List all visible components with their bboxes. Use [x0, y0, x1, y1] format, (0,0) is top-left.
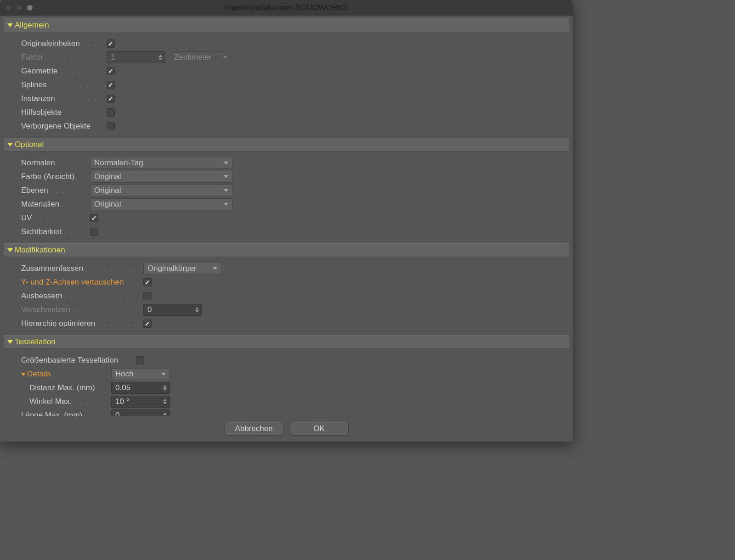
- label-groessenbasiert: Größenbasierte Tessellation: [21, 356, 118, 365]
- label-sichtbarkeit: Sichtbarkeit: [21, 227, 62, 236]
- section-title: Optional: [15, 140, 44, 149]
- section-allgemein[interactable]: Allgemein: [4, 18, 569, 32]
- input-laenge[interactable]: 0: [111, 409, 170, 416]
- stepper-icon[interactable]: [163, 413, 168, 416]
- stepper-icon[interactable]: [163, 385, 168, 391]
- checkbox-originaleinheiten[interactable]: [107, 39, 115, 48]
- label-verborgene: Verborgene Objekte: [21, 122, 90, 131]
- checkbox-groessenbasiert[interactable]: [136, 356, 144, 364]
- section-title: Modifikationen: [15, 246, 65, 255]
- checkbox-hilfsobjekte[interactable]: [107, 108, 115, 117]
- stepper-icon[interactable]: [195, 307, 200, 313]
- label-details: Details: [27, 370, 51, 379]
- checkbox-geometrie[interactable]: [107, 67, 115, 75]
- chevron-down-icon: [224, 189, 228, 192]
- chevron-down-icon: [224, 175, 228, 178]
- section-title: Allgemein: [15, 21, 49, 30]
- section-modifikationen[interactable]: Modifikationen: [4, 243, 569, 257]
- input-faktor: 1: [107, 51, 165, 63]
- label-zusammenfassen: Zusammenfassen: [21, 264, 83, 273]
- label-faktor: Faktor: [21, 53, 43, 62]
- chevron-down-icon: [7, 248, 13, 252]
- label-distanz: Distanz Max. (mm): [29, 383, 95, 392]
- chevron-down-icon: [224, 162, 228, 164]
- input-distanz[interactable]: 0.05: [111, 382, 170, 394]
- checkbox-sichtbarkeit[interactable]: [90, 228, 98, 236]
- input-winkel[interactable]: 10 °: [111, 396, 170, 408]
- label-ausbessern: Ausbessern: [21, 291, 62, 301]
- label-yz-swap: Y- und Z-Achsen vertauschen: [21, 278, 124, 287]
- checkbox-hierarchie[interactable]: [143, 319, 152, 328]
- input-verschmelzen[interactable]: 0: [143, 304, 202, 316]
- dropdown-materialien[interactable]: Original: [90, 198, 232, 210]
- dropdown-ebenen[interactable]: Original: [90, 185, 232, 196]
- checkbox-verborgene[interactable]: [107, 122, 115, 130]
- chevron-down-icon: [223, 56, 227, 59]
- window-title: Importeinstellungen SOLIDWORKS: [0, 3, 573, 12]
- dropdown-normalen[interactable]: Normalen-Tag: [90, 157, 232, 169]
- label-instanzen: Instanzen: [21, 94, 55, 103]
- chevron-down-icon: [7, 340, 13, 344]
- dialog-footer: Abbrechen OK: [0, 416, 573, 442]
- checkbox-splines[interactable]: [107, 81, 115, 89]
- label-hilfsobjekte: Hilfsobjekte: [21, 108, 62, 117]
- label-normalen: Normalen: [21, 158, 55, 168]
- dropdown-faktor-unit: Zentimeter: [170, 51, 232, 63]
- chevron-down-icon: [7, 143, 13, 146]
- stepper-icon: [158, 55, 163, 60]
- content-area: Allgemein Originaleinheiten . . . Faktor…: [0, 16, 573, 416]
- checkbox-yz-swap[interactable]: [143, 278, 152, 286]
- chevron-down-icon[interactable]: [21, 373, 26, 376]
- ok-button[interactable]: OK: [290, 422, 349, 436]
- checkbox-instanzen[interactable]: [107, 95, 115, 103]
- label-ebenen: Ebenen: [21, 186, 48, 195]
- chevron-down-icon: [161, 373, 166, 375]
- checkbox-uv[interactable]: [90, 214, 98, 222]
- section-optional[interactable]: Optional: [4, 138, 569, 151]
- dropdown-details[interactable]: Hoch: [111, 368, 170, 380]
- section-tessellation[interactable]: Tessellation: [4, 335, 569, 349]
- chevron-down-icon: [224, 203, 228, 206]
- cancel-button[interactable]: Abbrechen: [225, 422, 283, 436]
- titlebar: Importeinstellungen SOLIDWORKS: [0, 0, 573, 16]
- label-hierarchie: Hierarchie optimieren: [21, 319, 96, 328]
- dropdown-zusammenfassen[interactable]: Originalkörper: [143, 263, 221, 274]
- label-splines: Splines: [21, 80, 47, 90]
- label-materialien: Materialien: [21, 200, 59, 209]
- dialog-window: Importeinstellungen SOLIDWORKS Allgemein…: [0, 0, 573, 442]
- label-laenge: Länge Max. (mm): [21, 411, 82, 416]
- label-farbe: Farbe (Ansicht): [21, 172, 74, 181]
- section-title: Tessellation: [15, 337, 56, 347]
- stepper-icon[interactable]: [163, 399, 168, 404]
- chevron-down-icon: [213, 267, 217, 270]
- label-uv: UV: [21, 213, 32, 223]
- label-originaleinheiten: Originaleinheiten: [21, 39, 80, 48]
- label-geometrie: Geometrie: [21, 67, 57, 76]
- label-verschmelzen: Verschmelzen: [21, 305, 70, 314]
- label-winkel: Winkel Max.: [29, 397, 72, 406]
- chevron-down-icon: [7, 23, 13, 27]
- checkbox-ausbessern[interactable]: [143, 292, 152, 300]
- dropdown-farbe[interactable]: Original: [90, 171, 232, 183]
